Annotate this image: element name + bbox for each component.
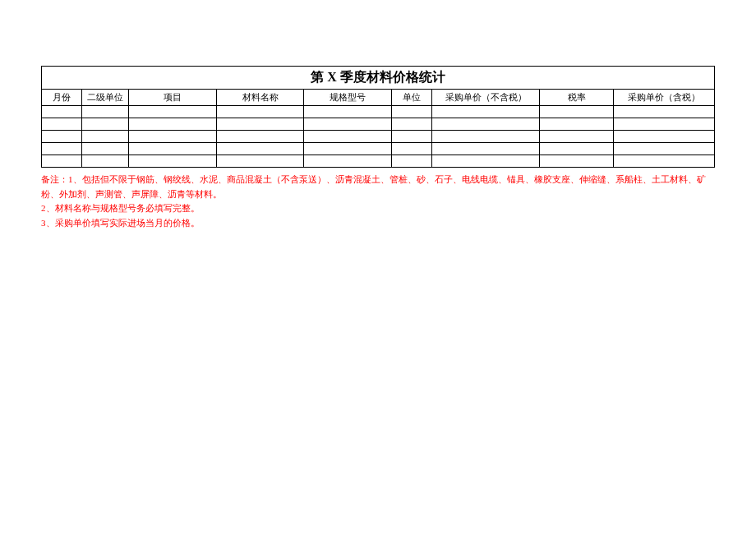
cell-materialName <box>216 118 303 131</box>
cell-spec <box>304 106 391 118</box>
cell-unit <box>391 118 431 131</box>
header-project: 项目 <box>129 90 216 106</box>
cell-project <box>129 155 216 168</box>
cell-unit <box>391 131 431 143</box>
cell-unit <box>391 143 431 155</box>
header-month: 月份 <box>42 90 82 106</box>
cell-taxRate <box>540 131 614 143</box>
cell-priceWithTax <box>614 155 715 168</box>
header-price-no-tax: 采购单价（不含税） <box>431 90 539 106</box>
cell-secondUnit <box>82 155 129 168</box>
note-line-3: 3、采购单价填写实际进场当月的价格。 <box>41 216 715 231</box>
table-body <box>42 106 715 168</box>
cell-unit <box>391 106 431 118</box>
cell-materialName <box>216 131 303 143</box>
cell-month <box>42 118 82 131</box>
cell-month <box>42 106 82 118</box>
cell-priceWithTax <box>614 131 715 143</box>
cell-priceWithTax <box>614 118 715 131</box>
header-tax-rate: 税率 <box>540 90 614 106</box>
cell-project <box>129 143 216 155</box>
note-line-1: 备注：1、包括但不限于钢筋、钢绞线、水泥、商品混凝土（不含泵送）、沥青混凝土、管… <box>41 173 715 201</box>
cell-priceWithTax <box>614 143 715 155</box>
cell-spec <box>304 131 391 143</box>
cell-secondUnit <box>82 143 129 155</box>
cell-spec <box>304 118 391 131</box>
cell-materialName <box>216 143 303 155</box>
header-second-unit: 二级单位 <box>82 90 129 106</box>
header-unit: 单位 <box>391 90 431 106</box>
cell-month <box>42 155 82 168</box>
table-row <box>42 155 715 168</box>
cell-month <box>42 131 82 143</box>
cell-unit <box>391 155 431 168</box>
table-row <box>42 143 715 155</box>
cell-secondUnit <box>82 118 129 131</box>
cell-priceNoTax <box>431 118 539 131</box>
cell-materialName <box>216 106 303 118</box>
cell-taxRate <box>540 143 614 155</box>
cell-spec <box>304 143 391 155</box>
cell-secondUnit <box>82 106 129 118</box>
cell-priceNoTax <box>431 143 539 155</box>
cell-spec <box>304 155 391 168</box>
cell-materialName <box>216 155 303 168</box>
cell-taxRate <box>540 106 614 118</box>
table-row <box>42 118 715 131</box>
header-material-name: 材料名称 <box>216 90 303 106</box>
cell-project <box>129 118 216 131</box>
note-line-2: 2、材料名称与规格型号务必填写完整。 <box>41 201 715 216</box>
cell-priceNoTax <box>431 155 539 168</box>
header-spec: 规格型号 <box>304 90 391 106</box>
cell-project <box>129 106 216 118</box>
cell-priceNoTax <box>431 106 539 118</box>
header-price-with-tax: 采购单价（含税） <box>614 90 715 106</box>
table-header-row: 月份 二级单位 项目 材料名称 规格型号 单位 采购单价（不含税） 税率 采购单… <box>42 90 715 106</box>
cell-month <box>42 143 82 155</box>
cell-project <box>129 131 216 143</box>
table-title: 第 X 季度材料价格统计 <box>42 67 715 90</box>
material-price-table: 第 X 季度材料价格统计 月份 二级单位 项目 材料名称 规格型号 单位 采购单… <box>41 66 715 168</box>
cell-priceWithTax <box>614 106 715 118</box>
cell-taxRate <box>540 155 614 168</box>
cell-priceNoTax <box>431 131 539 143</box>
cell-secondUnit <box>82 131 129 143</box>
table-row <box>42 131 715 143</box>
table-row <box>42 106 715 118</box>
notes-section: 备注：1、包括但不限于钢筋、钢绞线、水泥、商品混凝土（不含泵送）、沥青混凝土、管… <box>41 173 715 230</box>
cell-taxRate <box>540 118 614 131</box>
